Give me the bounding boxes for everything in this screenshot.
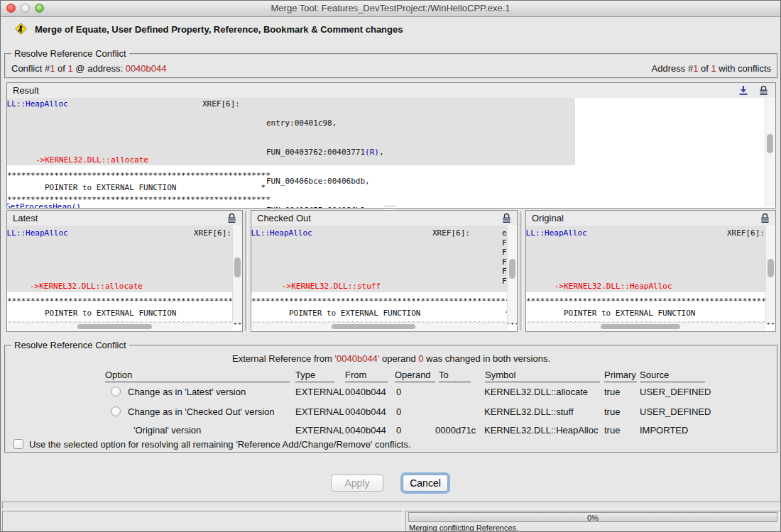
scrollbar-thumb[interactable]	[332, 324, 416, 329]
table-header-source: Source	[640, 370, 705, 382]
scrollbar-thumb[interactable]	[77, 324, 152, 329]
listing-symbol: DLL::HeapAlloc	[7, 99, 68, 109]
original-panel-title: Original	[532, 213, 564, 223]
panel-splitter[interactable]	[520, 211, 523, 331]
cell-from: 0040b044	[345, 406, 386, 417]
cell-to: 0000d71c	[435, 425, 476, 436]
lock-icon[interactable]	[502, 213, 511, 226]
reference-line: ->KERNEL32.DLL::allocate	[30, 282, 143, 292]
table-header-symbol: Symbol	[485, 370, 600, 382]
scrollbar-thumb[interactable]	[768, 259, 774, 277]
result-panel: Result DLL::HeapAlloc XREF[6]:	[6, 82, 776, 209]
panel-splitter[interactable]	[245, 211, 248, 331]
original-listing: DLL::HeapAlloc XREF[6]: ->KERNEL32.DLL::…	[526, 226, 775, 331]
stars-line: ****************************************…	[7, 297, 242, 306]
cell-option[interactable]: Change as in 'Latest' version	[128, 387, 246, 397]
scrollbar-thumb[interactable]	[767, 134, 773, 153]
xref-label: XREF[6]:	[194, 228, 231, 238]
stars-line: ****************************************…	[251, 297, 517, 306]
reference-line: ->KERNEL32.DLL::allocate	[36, 155, 148, 165]
cell-symbol: KERNEL32.DLL::stuff	[484, 406, 574, 417]
original-panel-header: Original	[526, 211, 775, 226]
checkedout-panel-header: Checked Out	[251, 211, 517, 226]
table-row: Change as in 'Checked Out' version EXTER…	[6, 406, 777, 421]
conflict-address: 0040b044	[126, 63, 167, 74]
merge-phase-header: Merge of Equate, User Defined Property, …	[1, 16, 780, 45]
stars-line: ****************************************…	[7, 171, 271, 181]
table-header-type: Type	[295, 370, 334, 382]
scrollbar-thumb[interactable]	[509, 259, 515, 279]
lock-icon[interactable]	[760, 213, 770, 226]
resolve-groupbox-legend: Resolve Reference Conflict	[11, 340, 129, 350]
status-right-panel: 0% Merging conflicting References.	[405, 511, 780, 532]
cell-operand: 0	[396, 406, 401, 417]
status-message: Merging conflicting References.	[409, 523, 518, 532]
checkedout-vertical-scrollbar[interactable]	[507, 226, 517, 323]
conflict-groupbox-legend: Resolve Reference Conflict	[11, 48, 129, 59]
scrollbar-thumb[interactable]	[601, 324, 679, 329]
merge-phase-message: Merge of Equate, User Defined Property, …	[35, 24, 403, 35]
cell-primary: true	[604, 425, 620, 436]
latest-panel-header: Latest	[7, 211, 242, 226]
listing-symbol: DLL::HeapAlloc	[251, 228, 312, 238]
cancel-button[interactable]: Cancel	[403, 475, 448, 492]
apply-button[interactable]: Apply	[331, 475, 383, 492]
cell-source: IMPORTED	[640, 425, 688, 436]
pointer-line: POINTER to EXTERNAL FUNCTION *	[251, 309, 517, 318]
cell-symbol: KERNEL32.DLL::allocate	[484, 387, 588, 397]
latest-horizontal-scrollbar[interactable]	[8, 322, 233, 331]
lock-icon[interactable]	[759, 85, 768, 99]
goto-bottom-icon[interactable]	[738, 85, 748, 99]
cell-from: 0040b044	[345, 425, 386, 436]
latest-vertical-scrollbar[interactable]	[232, 226, 242, 323]
cell-option[interactable]: Change as in 'Checked Out' version	[128, 406, 275, 417]
scrollbar-thumb[interactable]	[234, 257, 241, 277]
original-horizontal-scrollbar[interactable]	[527, 322, 766, 331]
function-line: GetProcessHeap()	[7, 202, 81, 208]
cell-from: 0040b044	[345, 387, 386, 397]
status-left-panel	[2, 511, 403, 532]
xref-label: XREF[6]:	[202, 99, 240, 109]
latest-panel-title: Latest	[13, 213, 38, 223]
conflict-groupbox: Resolve Reference Conflict Conflict #1 o…	[4, 53, 778, 79]
titlebar: Merge Tool: Features_DevTestProject:/Win…	[1, 1, 780, 17]
resolve-all-checkbox-label[interactable]: Use the selected option for resolving al…	[29, 439, 411, 450]
result-vertical-scrollbar[interactable]	[765, 99, 775, 207]
table-header-option: Option	[105, 370, 290, 382]
merge-warning-icon	[15, 23, 27, 38]
table-header-row: Option Type From Operand To Symbol Prima…	[6, 370, 777, 382]
cell-primary: true	[604, 387, 620, 397]
original-panel: Original DLL::HeapAlloc XREF[6]: ->KERNE…	[525, 210, 776, 332]
lock-icon[interactable]	[227, 213, 236, 226]
xref-list: entry:00401c98, FUN_00403762:00403771(R)…	[266, 99, 384, 208]
resolve-all-checkbox[interactable]	[13, 439, 23, 449]
checkedout-panel: Checked Out DLL::HeapAlloc XREF[6]: e F …	[251, 210, 518, 332]
address-counter: Address #1 of 1 with conflicts	[652, 63, 771, 74]
radio-checkedout-version[interactable]	[111, 406, 121, 416]
cell-type: EXTERNAL	[295, 406, 344, 417]
xref-label: XREF[6]:	[432, 228, 470, 238]
radio-latest-version[interactable]	[111, 387, 121, 397]
table-header-operand: Operand	[395, 370, 435, 382]
checkedout-panel-title: Checked Out	[257, 213, 311, 223]
progress-bar: 0%	[408, 512, 777, 522]
cell-type: EXTERNAL	[295, 387, 344, 397]
merge-tool-window: Merge Tool: Features_DevTestProject:/Win…	[0, 0, 781, 532]
cell-option: 'Original' version	[133, 425, 201, 436]
original-vertical-scrollbar[interactable]	[765, 226, 775, 323]
cell-operand: 0	[396, 425, 401, 436]
checkedout-horizontal-scrollbar[interactable]	[252, 322, 508, 331]
progress-percent: 0%	[409, 514, 777, 522]
listing-symbol: DLL::HeapAlloc	[7, 228, 68, 238]
reference-line: ->KERNEL32.DLL::stuff	[282, 282, 381, 292]
result-panel-title: Result	[13, 85, 39, 96]
reference-line: ->KERNEL32.DLL::HeapAlloc	[555, 282, 672, 292]
table-header-from: From	[345, 370, 388, 382]
window-title: Merge Tool: Features_DevTestProject:/Win…	[1, 3, 780, 13]
result-panel-header: Result	[7, 83, 775, 99]
latest-panel: Latest DLL::HeapAlloc XREF[6]: ->KERNEL3…	[6, 210, 243, 332]
result-listing: DLL::HeapAlloc XREF[6]: entry:00401c98, …	[7, 98, 775, 208]
cell-symbol: KERNEL32.DLL::HeapAlloc	[484, 425, 598, 436]
status-strip	[2, 501, 780, 509]
cell-operand: 0	[396, 387, 401, 397]
